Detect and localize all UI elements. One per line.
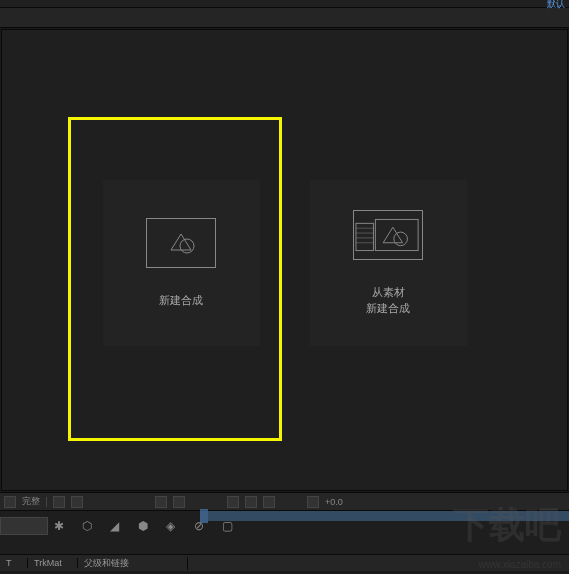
- from-footage-label: 从素材 新建合成: [366, 284, 410, 317]
- source-name-tab[interactable]: [0, 517, 48, 535]
- empty-state-cards: 新建合成 从素材 新建合成: [2, 30, 567, 346]
- col-parent[interactable]: 父级和链接: [78, 557, 188, 570]
- quality-icon[interactable]: ◢: [110, 519, 124, 533]
- layer-switch-icons: ✱ ⬡ ◢ ⬢ ◈ ⊘ ▢: [54, 519, 236, 533]
- tool-button-1[interactable]: [53, 496, 65, 508]
- from-footage-card[interactable]: 从素材 新建合成: [310, 180, 467, 346]
- adjustment-icon[interactable]: ▢: [222, 519, 236, 533]
- tool-button-3[interactable]: [155, 496, 167, 508]
- new-composition-card[interactable]: 新建合成: [103, 180, 260, 346]
- collapse-icon[interactable]: ⬡: [82, 519, 96, 533]
- watermark-url: www.xiazaiba.com: [479, 559, 561, 570]
- col-trkmat[interactable]: TrkMat: [28, 558, 78, 568]
- rotation-icon[interactable]: [307, 496, 319, 508]
- from-footage-icon: [353, 210, 423, 260]
- svg-point-0: [180, 239, 194, 253]
- new-composition-icon: [146, 218, 216, 268]
- shy-icon[interactable]: ✱: [54, 519, 68, 533]
- switch-button-3[interactable]: [263, 496, 275, 508]
- switch-button-2[interactable]: [245, 496, 257, 508]
- top-bar: 默认: [0, 0, 569, 8]
- svg-rect-6: [375, 219, 418, 250]
- new-composition-label: 新建合成: [159, 292, 203, 309]
- tool-button-4[interactable]: [173, 496, 185, 508]
- frame-blend-icon[interactable]: ◈: [166, 519, 180, 533]
- separator: [46, 497, 47, 507]
- col-t[interactable]: T: [0, 558, 28, 568]
- fx-icon[interactable]: ⬢: [138, 519, 152, 533]
- workspace-label[interactable]: 默认: [547, 0, 565, 11]
- composition-panel: 新建合成 从素材 新建合成: [1, 29, 568, 491]
- timeline-body: ✱ ⬡ ◢ ⬢ ◈ ⊘ ▢: [0, 510, 569, 554]
- header-strip: [0, 8, 569, 28]
- timeline-toolbar: 完整 +0.0: [0, 493, 569, 510]
- search-field[interactable]: 完整: [22, 495, 40, 508]
- switch-button-1[interactable]: [227, 496, 239, 508]
- toggle-button[interactable]: [4, 496, 16, 508]
- timeline-ruler[interactable]: [200, 511, 569, 521]
- svg-rect-1: [356, 223, 373, 250]
- tool-button-2[interactable]: [71, 496, 83, 508]
- rotation-value[interactable]: +0.0: [325, 497, 343, 507]
